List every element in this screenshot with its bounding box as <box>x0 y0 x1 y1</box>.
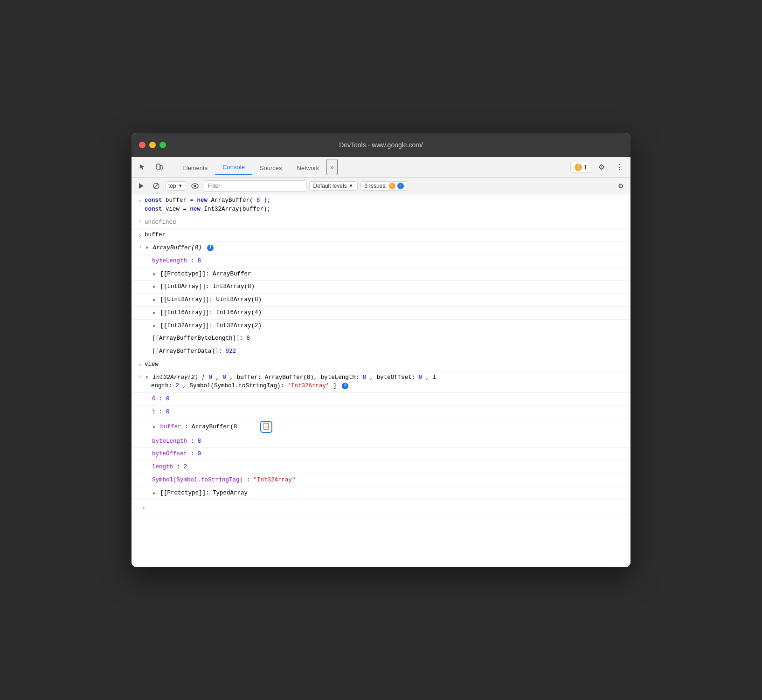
prop-idx0: 0 <box>152 396 156 402</box>
console-line-int8array: ▶ [[Int8Array]]: Int8Array(8) <box>132 281 630 294</box>
line-content-view-input: view <box>145 359 627 370</box>
expand-prototype-typed[interactable]: ▶ <box>152 491 157 496</box>
int32array-label: Int32Array(2) [ <box>153 374 206 381</box>
line-gutter-int32: ‹ <box>132 372 145 379</box>
collapse-arrow-int32array[interactable]: ▼ <box>145 375 149 380</box>
console-line-input-1: › const buffer = new ArrayBuffer( 8 ); c… <box>132 194 630 216</box>
prop-prototype-1: [[Prototype]]: ArrayBuffer <box>160 271 251 277</box>
maximize-button[interactable] <box>159 142 166 148</box>
tab-console[interactable]: Console <box>215 160 252 175</box>
eye-button[interactable] <box>189 180 201 192</box>
output-arrow-1: ‹ <box>139 219 142 224</box>
code-text-4: view = <box>166 206 190 213</box>
val-8-1: 8 <box>256 197 260 204</box>
issues-count-button[interactable]: 3 Issues: 1 2 <box>360 181 408 191</box>
console-line-symbol: Symbol(Symbol.toStringTag) : "Int32Array… <box>132 474 630 487</box>
val-byteoffset: 0 <box>198 451 201 457</box>
comma-2: , buffer: ArrayBuffer(8), byteLength: <box>230 374 363 381</box>
comma-3: , byteOffset: <box>370 374 419 381</box>
val-idx1: 0 <box>166 409 170 415</box>
clear-console-button[interactable] <box>150 180 162 192</box>
prompt-input-area[interactable] <box>148 502 627 512</box>
arraybuffer-label: ArrayBuffer(8) <box>153 245 202 251</box>
prop-buffer: buffer <box>160 424 181 430</box>
expand-int8array[interactable]: ▶ <box>152 284 157 289</box>
collapse-arrow-arraybuffer[interactable]: ▼ <box>145 246 149 251</box>
int32-bl-inline: 8 <box>363 374 367 381</box>
prompt-arrow-view: › <box>138 361 142 369</box>
filter-input[interactable] <box>204 180 306 192</box>
traffic-lights <box>139 142 166 148</box>
console-line-arraybuffer-data: [[ArrayBufferData]]: 922 <box>132 345 630 358</box>
line-content-int16array: ▶ [[Int16Array]]: Int16Array(4) <box>152 308 627 318</box>
expand-int32array-inner[interactable]: ▶ <box>152 323 157 329</box>
colon-symbol: : <box>247 477 254 483</box>
val-idx0: 0 <box>166 396 170 402</box>
val-symbol: "Int32Array" <box>254 477 296 483</box>
prop-length: length <box>152 464 173 470</box>
tab-more-button[interactable]: » <box>326 159 337 175</box>
device-toolbar-button[interactable] <box>152 161 167 174</box>
line-gutter-1: › <box>132 195 145 205</box>
minimize-button[interactable] <box>149 142 156 148</box>
info-icon-1[interactable]: i <box>207 245 214 251</box>
int32-val-0-inline: 0 <box>209 374 213 381</box>
int32-len-inline: 2 <box>176 383 180 389</box>
svg-marker-2 <box>139 183 144 189</box>
more-button[interactable]: ⋮ <box>612 161 627 174</box>
context-selector[interactable]: top ▼ <box>165 181 186 191</box>
line-content-arraybuffer-data: [[ArrayBufferData]]: 922 <box>152 346 627 357</box>
clipboard-icon[interactable]: 📋 <box>260 421 272 433</box>
line-content-idx1: 1 : 0 <box>152 407 627 418</box>
prop-arraybuffer-bytelength: [[ArrayBufferByteLength]]: <box>152 335 247 342</box>
info-icon-2[interactable]: i <box>342 383 348 389</box>
issues-button[interactable]: ! 1 <box>570 162 591 173</box>
val-length: 2 <box>184 464 187 470</box>
console-line-bytelength: byteLength : 8 <box>132 255 630 268</box>
tab-elements[interactable]: Elements <box>175 161 215 175</box>
svg-line-4 <box>154 184 159 188</box>
settings-button[interactable]: ⚙ <box>594 161 609 174</box>
line-gutter-prompt: › <box>135 502 148 512</box>
val-bytelength-view: 8 <box>198 438 201 445</box>
inspect-element-button[interactable] <box>135 161 150 174</box>
expand-buffer-prop[interactable]: ▶ <box>152 425 157 430</box>
console-line-arraybuffer-bytelength: [[ArrayBufferByteLength]]: 8 <box>132 332 630 345</box>
console-line-buffer-prop: ▶ buffer : ArrayBuffer(8 📋 <box>132 419 630 435</box>
tab-toolbar: Elements Console Sources Network » ! 1 ⚙… <box>132 157 630 178</box>
kw-new-1: new <box>197 197 208 204</box>
toolbar-separator <box>171 163 171 172</box>
execute-button[interactable] <box>135 180 147 192</box>
expand-prototype-1[interactable]: ▶ <box>152 272 157 277</box>
prompt-arrow-2: › <box>138 231 142 239</box>
output-arrow-2: ‹ <box>139 244 142 250</box>
int32-val-1-inline: 0 <box>223 374 227 381</box>
tab-sources[interactable]: Sources <box>252 161 290 175</box>
issues-text: 3 Issues: <box>365 183 387 189</box>
close-button[interactable] <box>139 142 145 148</box>
levels-button[interactable]: Default levels ▼ <box>309 181 358 191</box>
code-text-3: ); <box>263 197 270 204</box>
line-content-idx0: 0 : 0 <box>152 394 627 405</box>
view-keyword: view <box>145 361 159 368</box>
prop-int8array: [[Int8Array]]: Int8Array(8) <box>160 283 255 290</box>
console-line-prototype-1: ▶ [[Prototype]]: ArrayBuffer <box>132 268 630 281</box>
kw-new-2: new <box>190 206 201 213</box>
console-settings-button[interactable]: ⚙ <box>615 180 627 192</box>
line-content-arraybuffer: ▼ ArrayBuffer(8) i <box>145 243 627 254</box>
device-icon <box>156 164 163 171</box>
issues-info-badge: 2 <box>397 183 404 189</box>
val-arraybuffer-data: 922 <box>226 348 236 355</box>
console-line-int16array: ▶ [[Int16Array]]: Int16Array(4) <box>132 307 630 320</box>
line-gutter-4: ‹ <box>132 243 145 250</box>
buffer-keyword: buffer <box>145 232 166 238</box>
expand-int16array[interactable]: ▶ <box>152 310 157 316</box>
line-content-prototype-typed: ▶ [[Prototype]]: TypedArray <box>152 488 627 499</box>
prop-byteoffset: byteOffset <box>152 451 187 457</box>
code-text-1: buffer = <box>166 197 197 204</box>
line-content-symbol: Symbol(Symbol.toStringTag) : "Int32Array… <box>152 475 627 486</box>
expand-uint8array[interactable]: ▶ <box>152 297 157 302</box>
console-output: › const buffer = new ArrayBuffer( 8 ); c… <box>132 194 630 567</box>
line-content-arraybuffer-bytelength: [[ArrayBufferByteLength]]: 8 <box>152 333 627 344</box>
tab-network[interactable]: Network <box>290 161 327 175</box>
